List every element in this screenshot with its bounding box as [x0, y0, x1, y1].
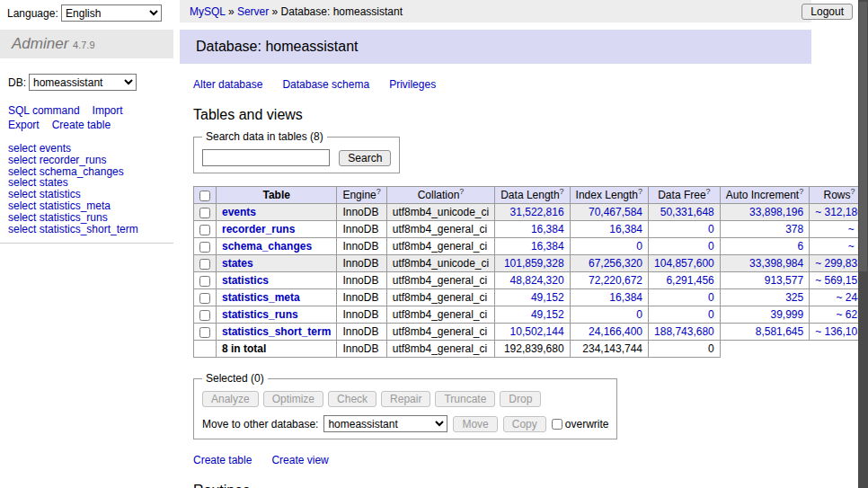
hint-icon[interactable]: ? — [851, 187, 855, 196]
index-length-link[interactable]: 24,166,400 — [589, 325, 642, 338]
index-length-link[interactable]: 72,220,672 — [589, 274, 642, 287]
move-button[interactable]: Move — [453, 416, 497, 432]
scrollbar-thumb[interactable] — [859, 2, 867, 271]
data-length-link[interactable]: 49,152 — [531, 308, 564, 321]
db-select[interactable]: homeassistant — [29, 74, 137, 91]
selected-buttons: AnalyzeOptimizeCheckRepairTruncateDrop — [202, 391, 608, 407]
data-length-link[interactable]: 16,384 — [531, 223, 564, 235]
move-db-select[interactable]: homeassistant — [323, 415, 447, 432]
search-input[interactable] — [202, 149, 330, 166]
auto-increment-link[interactable]: 913,577 — [765, 274, 803, 287]
auto-increment-link[interactable]: 6 — [797, 240, 803, 253]
breadcrumb-link[interactable]: Server — [237, 5, 269, 18]
auto-increment-cell: 33,398,984 — [720, 255, 809, 272]
data-length-link[interactable]: 10,502,144 — [510, 325, 564, 338]
row-checkbox[interactable] — [199, 276, 210, 287]
language-select[interactable]: English — [61, 4, 162, 22]
hint-icon[interactable]: ? — [638, 187, 642, 196]
sidebar-action-link[interactable]: SQL command — [8, 104, 80, 117]
table-name-link[interactable]: events — [222, 206, 256, 218]
sidebar-action-link[interactable]: Export — [8, 119, 40, 131]
hint-icon[interactable]: ? — [459, 187, 464, 196]
table-name-link[interactable]: statistics_short_term — [222, 325, 331, 338]
rows-count-link[interactable]: ~ 569,159 — [815, 274, 864, 287]
table-name-link[interactable]: statistics — [222, 274, 269, 287]
optimize-button[interactable]: Optimize — [263, 391, 323, 407]
table-name-link[interactable]: schema_changes — [222, 240, 312, 253]
data-free-link[interactable]: 0 — [708, 240, 714, 253]
row-checkbox[interactable] — [199, 259, 210, 270]
analyze-button[interactable]: Analyze — [202, 391, 259, 407]
hint-icon[interactable]: ? — [560, 187, 564, 196]
db-action-link[interactable]: Privileges — [389, 78, 436, 91]
data-free-cell: 0 — [649, 221, 721, 238]
index-length-link[interactable]: 70,467,584 — [589, 206, 642, 218]
row-checkbox[interactable] — [199, 242, 210, 253]
search-box: Search data in tables (8) Search — [193, 130, 400, 173]
row-checkbox[interactable] — [199, 293, 210, 304]
data-free-link[interactable]: 188,743,680 — [654, 325, 714, 338]
data-free-link[interactable]: 0 — [708, 308, 714, 321]
row-select-cell — [194, 255, 217, 272]
table-name-cell: recorder_runs — [217, 221, 337, 238]
sidebar-action-link[interactable]: Import — [93, 104, 123, 117]
data-length-link[interactable]: 16,384 — [531, 240, 564, 253]
db-action-link[interactable]: Alter database — [193, 78, 262, 91]
copy-button[interactable]: Copy — [503, 416, 546, 432]
rows-count-link[interactable]: ~ 312,180 — [815, 206, 864, 218]
truncate-button[interactable]: Truncate — [435, 391, 495, 407]
data-free-link[interactable]: 6,291,456 — [666, 274, 713, 287]
row-checkbox[interactable] — [199, 327, 210, 338]
create-link[interactable]: Create table — [193, 454, 252, 466]
table-name-link[interactable]: states — [222, 257, 253, 270]
search-button[interactable]: Search — [339, 150, 391, 166]
data-length-link[interactable]: 31,522,816 — [510, 206, 564, 218]
index-length-link[interactable]: 16,384 — [609, 223, 642, 235]
data-free-link[interactable]: 104,857,600 — [654, 257, 714, 270]
data-free-link[interactable]: 0 — [708, 223, 714, 235]
sidebar-table-link[interactable]: select statistics_short_term — [8, 223, 138, 235]
index-length-link[interactable]: 16,384 — [609, 291, 642, 304]
logout-button[interactable]: Logout — [802, 4, 853, 20]
repair-button[interactable]: Repair — [381, 391, 430, 407]
auto-increment-link[interactable]: 39,999 — [770, 308, 803, 321]
hint-icon[interactable]: ? — [799, 187, 803, 196]
auto-increment-cell: 913,577 — [720, 272, 809, 289]
hint-icon[interactable]: ? — [706, 187, 711, 196]
auto-increment-link[interactable]: 325 — [785, 291, 803, 304]
data-free-cell: 50,331,648 — [649, 204, 721, 221]
data-free-link[interactable]: 0 — [708, 291, 714, 304]
rows-count-link[interactable]: ~ 299,833 — [815, 257, 864, 270]
breadcrumb-link[interactable]: MySQL — [190, 5, 226, 18]
data-length-link[interactable]: 101,859,328 — [504, 257, 564, 270]
auto-increment-link[interactable]: 33,898,196 — [749, 206, 803, 218]
overwrite-checkbox[interactable] — [552, 419, 562, 430]
table-name-link[interactable]: statistics_runs — [222, 308, 298, 321]
index-length-link[interactable]: 67,256,320 — [589, 257, 642, 270]
row-checkbox[interactable] — [199, 208, 210, 218]
row-checkbox[interactable] — [199, 310, 210, 321]
data-free-link[interactable]: 50,331,648 — [660, 206, 714, 218]
scrollbar[interactable] — [858, 0, 868, 488]
data-length-link[interactable]: 48,824,320 — [510, 274, 564, 287]
col-header-table: Table — [217, 187, 337, 204]
rows-count-link[interactable]: ~ 136,108 — [815, 325, 864, 338]
index-length-link[interactable]: 0 — [636, 240, 642, 253]
app-logo[interactable]: Adminer — [12, 35, 68, 52]
auto-increment-link[interactable]: 33,398,984 — [749, 257, 803, 270]
index-length-link[interactable]: 0 — [636, 308, 642, 321]
check-button[interactable]: Check — [328, 391, 376, 407]
db-action-link[interactable]: Database schema — [282, 78, 369, 91]
sidebar-action-link[interactable]: Create table — [52, 119, 111, 131]
hint-icon[interactable]: ? — [376, 187, 381, 196]
auto-increment-link[interactable]: 8,581,645 — [756, 325, 803, 338]
table-name-link[interactable]: recorder_runs — [222, 223, 295, 235]
data-length-link[interactable]: 49,152 — [531, 291, 564, 304]
table-name-link[interactable]: statistics_meta — [222, 291, 300, 304]
create-link[interactable]: Create view — [271, 454, 328, 466]
select-all-checkbox[interactable] — [199, 191, 210, 201]
auto-increment-link[interactable]: 378 — [785, 223, 803, 235]
row-checkbox[interactable] — [199, 225, 210, 235]
drop-button[interactable]: Drop — [500, 391, 541, 407]
row-select-cell — [194, 306, 217, 324]
